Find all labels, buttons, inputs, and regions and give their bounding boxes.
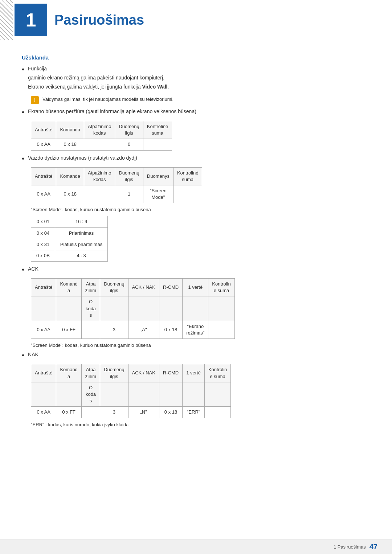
td-nak-rcmd: 0 x 18 [159, 407, 182, 418]
bullet-dot-2: • [22, 107, 24, 117]
bullet-dot-4: • [22, 264, 24, 275]
th-ack-rcmd: R-CMD [159, 279, 182, 296]
td-nak-atpa [81, 407, 100, 418]
screen-mode-row-1: 0 x 01 16 : 9 [31, 216, 108, 227]
sm-code-3: 0 x 31 [31, 239, 55, 250]
th-ack-komanda: Komanda [56, 279, 81, 296]
ack-note: "Screen Mode": kodas, kuriuo nustatoma g… [31, 342, 370, 348]
th-nak-komanda: Komanda [56, 364, 81, 382]
th-nak-sub5 [128, 382, 159, 407]
th-komanda-2: Komanda [56, 167, 84, 185]
th-ack-sub6 [159, 296, 182, 321]
td-duomenu-2: 1 [115, 185, 143, 203]
bullet-funkcija-text: Funkcija gaminio ekrano režimą galima pa… [28, 65, 169, 92]
bullet-ack: • ACK [22, 265, 370, 275]
th-nak-sub3: Okodas [81, 382, 100, 407]
screen-mode-row-2: 0 x 04 Priartinimas [31, 227, 108, 239]
bullet-vaizdo-dydis: • Vaizdo dydžio nustatymas (nustatyti va… [22, 154, 370, 164]
th-ack-sub4 [100, 296, 128, 321]
td-antrastė-1: 0 x AA [31, 139, 56, 150]
th-nak-antrastė: Antraštė [31, 364, 56, 382]
table-ack-row: 0 x AA 0 x FF 3 „A" 0 x 18 "Ekranorežima… [31, 321, 235, 339]
screen-mode-note-1: "Screen Mode": kodas, kuriuo nustatoma g… [31, 207, 370, 212]
sm-val-3: Platusis priartinimas [55, 239, 107, 250]
header: 1 Pasiruošimas [0, 0, 392, 40]
table-vaizdo: Antraštė Komanda Atpažinimokodas Duomenų… [31, 167, 202, 204]
line2-bold: Video Wall [142, 84, 167, 90]
bullet-funkcija-label: Funkcija [28, 65, 169, 73]
page-title: Pasiruošimas [54, 12, 144, 28]
th-ack-sub8 [208, 296, 234, 321]
th-nak-sub7 [183, 382, 205, 407]
th-nak-sub8 [204, 382, 230, 407]
section-title: Užsklanda [22, 54, 370, 61]
bullet-funkcija-line2: Ekrano veikseną galima valdyti, jei įjun… [28, 83, 169, 91]
sm-val-4: 4 : 3 [55, 250, 107, 261]
td-nak-komanda: 0 x FF [56, 407, 81, 418]
info-text: Valdymas galimas, tik jei naudojamas mod… [42, 96, 173, 103]
line2-suffix: . [167, 84, 169, 90]
td-atpazinimo-2 [84, 185, 115, 203]
td-komanda-2: 0 x 18 [56, 185, 84, 203]
main-content: Užsklanda • Funkcija gaminio ekrano reži… [0, 40, 392, 452]
td-ack-kontrolin [208, 321, 234, 339]
table-row-2: 0 x AA 0 x 18 1 "ScreenMode" [31, 185, 202, 203]
td-duomenys-2: "ScreenMode" [143, 185, 173, 203]
bullet-dot-3: • [22, 153, 24, 164]
td-nak-kontrolin [204, 407, 230, 418]
th-nak-rcmd: R-CMD [159, 364, 182, 382]
sm-code-2: 0 x 04 [31, 227, 55, 239]
td-ack-duomenu: 3 [100, 321, 128, 339]
corner-decoration [0, 0, 13, 40]
th-komanda-1: Komanda [56, 121, 84, 139]
td-ack-rcmd: 0 x 18 [159, 321, 182, 339]
th-ack-sub2 [56, 296, 81, 321]
nak-note: "ERR" : kodas, kuris nurodo, kokia įvyko… [31, 422, 370, 427]
td-nak-duomenu: 3 [100, 407, 128, 418]
bullet-dot-5: • [22, 350, 24, 360]
bullet-ack-text: ACK [28, 265, 38, 274]
bullet-vaizdo-dydis-text: Vaizdo dydžio nustatymas (nustatyti vaiz… [28, 154, 137, 163]
td-atpazinimo-1 [84, 139, 115, 150]
td-ack-verte: "Ekranorežimas" [183, 321, 208, 339]
sm-val-1: 16 : 9 [55, 216, 107, 227]
th-nak-sub6 [159, 382, 182, 407]
td-kontroline-2 [173, 185, 202, 203]
footer: 1 Pasiruošimas 47 [0, 539, 392, 554]
bullet-vaizdo-dydis-label: Vaizdo dydžio nustatymas (nustatyti vaiz… [28, 154, 137, 162]
td-antrastė-2: 0 x AA [31, 185, 56, 203]
table-busenos: Antraštė Komanda Atpažinimokodas Duomenų… [31, 121, 172, 151]
td-ack-atpa [81, 321, 100, 339]
table-ack: Antraštė Komanda Atpažinim Duomenųilgis … [31, 278, 235, 339]
th-nak-duomenu: Duomenųilgis [100, 364, 128, 382]
td-ack-acknak: „A" [128, 321, 159, 339]
td-kontroline-1 [143, 139, 172, 150]
th-ack-antrastė: Antraštė [31, 279, 56, 296]
chapter-number: 1 [26, 9, 36, 31]
th-ack-kontrolin: Kontrolinė suma [208, 279, 234, 296]
td-nak-verte: "ERR" [183, 407, 205, 418]
th-antrastė-2: Antraštė [31, 167, 56, 185]
info-box: ! Valdymas galimas, tik jei naudojamas m… [31, 96, 370, 104]
bullet-ekrano-busenos: • Ekrano būsenos peržiūra (gauti informa… [22, 108, 370, 117]
th-ack-sub3: Okodas [81, 296, 100, 321]
chapter-number-block: 1 [15, 4, 47, 36]
table-row-1: 0 x AA 0 x 18 0 [31, 139, 172, 150]
th-kontroline-1: Kontrolinėsuma [143, 121, 172, 139]
th-ack-sub7 [183, 296, 208, 321]
th-kontroline-2: Kontrolinėsuma [173, 167, 202, 185]
footer-page: 47 [369, 543, 377, 551]
th-nak-sub2 [56, 382, 81, 407]
info-icon: ! [31, 96, 39, 104]
th-nak-sub4 [100, 382, 128, 407]
screen-mode-row-4: 0 x 0B 4 : 3 [31, 250, 108, 261]
td-nak-antrastė: 0 x AA [31, 407, 56, 418]
sm-val-2: Priartinimas [55, 227, 107, 239]
bullet-ack-label: ACK [28, 265, 38, 273]
th-nak-sub1 [31, 382, 56, 407]
th-ack-duomenu: Duomenųilgis [100, 279, 128, 296]
th-duomenu-ilgis-2: Duomenųilgis [115, 167, 143, 185]
th-atpazinimo-1: Atpažinimokodas [84, 121, 115, 139]
th-atpazinimo-2: Atpažinimokodas [84, 167, 115, 185]
footer-label: 1 Pasiruošimas [334, 544, 366, 550]
